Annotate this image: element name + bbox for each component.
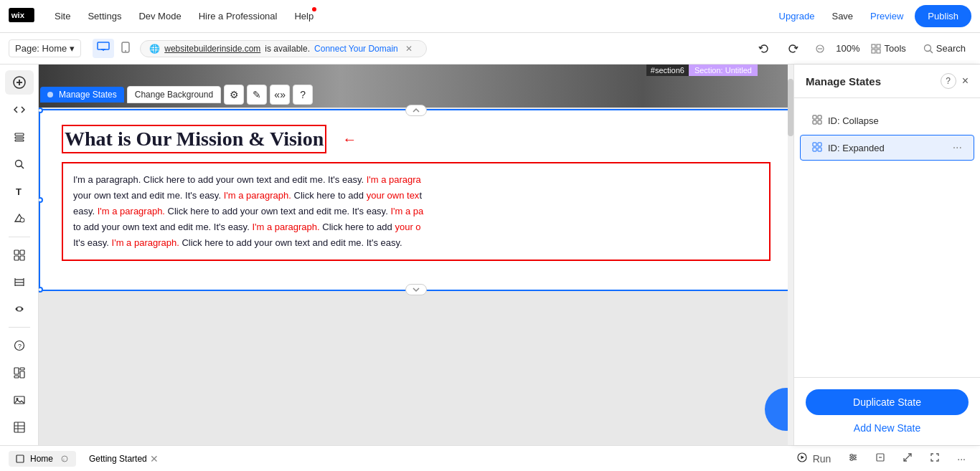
sidebar-image-icon[interactable] bbox=[5, 388, 34, 412]
help-icon-button[interactable]: ? bbox=[293, 85, 313, 105]
save-button[interactable]: Save bbox=[826, 11, 859, 22]
run-button[interactable]: Run bbox=[791, 449, 837, 467]
undo-button[interactable] bbox=[753, 40, 776, 57]
page-selector-label: Page: Home bbox=[15, 43, 67, 54]
help-menu[interactable]: Help bbox=[286, 0, 322, 33]
sidebar-help-icon[interactable]: ? bbox=[5, 333, 34, 358]
section-name-label: Section: Untitled bbox=[689, 65, 758, 76]
bottom-more-icon[interactable]: ··· bbox=[951, 450, 971, 467]
svg-point-6 bbox=[125, 50, 126, 52]
panel-title: Manage States bbox=[806, 75, 941, 87]
manage-states-tab[interactable]: Manage States bbox=[40, 87, 124, 103]
page-selector-chevron: ▾ bbox=[70, 43, 75, 54]
tools-button[interactable]: Tools bbox=[865, 40, 911, 57]
sidebar-layers-icon[interactable] bbox=[5, 125, 34, 149]
scrollbar-thumb[interactable] bbox=[788, 79, 793, 136]
bottom-expand-icon[interactable] bbox=[897, 449, 918, 467]
url-bar-close[interactable]: ✕ bbox=[405, 44, 413, 54]
redo-button[interactable] bbox=[781, 40, 804, 57]
manage-states-dot-icon bbox=[47, 92, 53, 97]
section-heading: What is Our Mission & Vision bbox=[65, 128, 324, 150]
device-switcher bbox=[93, 39, 134, 58]
mobile-device-button[interactable] bbox=[117, 39, 134, 58]
svg-point-65 bbox=[851, 455, 853, 457]
state-expanded-more-button[interactable]: ··· bbox=[953, 141, 962, 154]
svg-text:wix: wix bbox=[11, 11, 25, 19]
connect-domain-button[interactable]: Connect Your Domain bbox=[314, 44, 398, 54]
sidebar-separator-2 bbox=[9, 327, 30, 328]
hire-menu[interactable]: Hire a Professional bbox=[190, 0, 286, 33]
tools-label: Tools bbox=[884, 43, 905, 54]
run-label: Run bbox=[813, 453, 831, 465]
bottom-fullscreen-icon[interactable] bbox=[924, 449, 946, 467]
main-area: T ? bbox=[0, 65, 980, 445]
sidebar-shapes-icon[interactable] bbox=[5, 206, 34, 231]
panel-close-button[interactable]: × bbox=[962, 75, 969, 87]
url-available-text: is available. bbox=[265, 44, 310, 54]
svg-rect-57 bbox=[17, 455, 24, 462]
svg-rect-40 bbox=[20, 371, 24, 378]
sidebar-widgets-icon[interactable] bbox=[5, 361, 34, 385]
svg-text:i: i bbox=[63, 457, 64, 461]
svg-point-21 bbox=[15, 160, 22, 166]
settings-icon-button[interactable]: ⚙ bbox=[224, 85, 244, 105]
preview-button[interactable]: Preview bbox=[864, 11, 909, 22]
canvas-scrollbar[interactable] bbox=[788, 65, 793, 445]
settings-menu[interactable]: Settings bbox=[79, 0, 130, 33]
bottom-settings-icon[interactable] bbox=[842, 449, 864, 467]
nav-right-actions: Upgrade Save Preview Publish bbox=[773, 5, 971, 27]
tab-getting-started-close[interactable]: ✕ bbox=[150, 453, 159, 465]
corner-handle-bl[interactable] bbox=[39, 287, 43, 292]
svg-line-70 bbox=[908, 454, 911, 457]
state-expanded-item[interactable]: ID: Expanded ··· bbox=[800, 135, 974, 161]
devmode-menu[interactable]: Dev Mode bbox=[130, 0, 189, 33]
svg-rect-10 bbox=[877, 44, 880, 48]
panel-help-button[interactable]: ? bbox=[941, 73, 956, 89]
state-collapse-grid-icon bbox=[812, 115, 822, 127]
edit-icon-button[interactable]: ✎ bbox=[247, 85, 267, 105]
top-resize-handle[interactable] bbox=[405, 105, 427, 116]
add-new-state-button[interactable]: Add New State bbox=[854, 422, 920, 434]
sidebar-search-icon[interactable] bbox=[5, 152, 34, 176]
upgrade-button[interactable]: Upgrade bbox=[773, 11, 821, 22]
publish-button[interactable]: Publish bbox=[915, 5, 971, 27]
svg-marker-61 bbox=[801, 456, 804, 460]
svg-line-14 bbox=[930, 50, 933, 53]
state-collapse-item[interactable]: ID: Collapse bbox=[800, 108, 974, 133]
search-label: Search bbox=[936, 43, 966, 54]
search-button[interactable]: Search bbox=[918, 40, 971, 57]
title-box[interactable]: What is Our Mission & Vision bbox=[62, 125, 326, 153]
url-bar: 🌐 websitebuilderinside.com is available.… bbox=[140, 40, 427, 57]
sidebar-text-icon[interactable]: T bbox=[5, 179, 34, 204]
tab-home[interactable]: Home i bbox=[9, 451, 76, 467]
selected-section[interactable]: Manage States Change Background ⚙ ✎ «» ? bbox=[39, 109, 793, 291]
toolbar-right-actions: 100% Tools Search bbox=[753, 40, 971, 57]
left-sidebar: T ? bbox=[0, 65, 39, 445]
desktop-device-button[interactable] bbox=[93, 39, 114, 58]
svg-rect-54 bbox=[818, 143, 821, 146]
sidebar-table-icon[interactable] bbox=[5, 415, 34, 439]
svg-rect-2 bbox=[98, 42, 109, 49]
sidebar-apps-icon[interactable] bbox=[5, 243, 34, 267]
paragraph-box[interactable]: I'm a paragraph. Click here to add your … bbox=[62, 162, 771, 261]
site-menu[interactable]: Site bbox=[46, 0, 79, 33]
globe-icon: 🌐 bbox=[149, 44, 160, 54]
page-selector[interactable]: Page: Home ▾ bbox=[9, 39, 81, 57]
animation-icon-button[interactable]: «» bbox=[270, 85, 290, 105]
tab-getting-started[interactable]: Getting Started ✕ bbox=[82, 450, 166, 467]
change-background-tab[interactable]: Change Background bbox=[127, 86, 221, 103]
sidebar-grid-icon[interactable] bbox=[5, 270, 34, 295]
svg-text:T: T bbox=[16, 186, 22, 197]
svg-rect-55 bbox=[813, 148, 816, 151]
sidebar-connect-icon[interactable] bbox=[5, 297, 34, 321]
section-hash-label: #section6 bbox=[646, 65, 689, 76]
state-expanded-label: ID: Expanded bbox=[828, 143, 953, 153]
bottom-resize-handle[interactable] bbox=[405, 284, 427, 295]
duplicate-state-button[interactable]: Duplicate State bbox=[806, 389, 969, 415]
sidebar-code-icon[interactable] bbox=[5, 97, 34, 122]
add-elements-button[interactable] bbox=[5, 70, 34, 95]
bottom-fit-icon[interactable] bbox=[870, 449, 891, 467]
bottom-right-actions: Run ··· bbox=[791, 449, 971, 467]
zoom-minus-button[interactable] bbox=[810, 42, 830, 56]
svg-rect-12 bbox=[877, 49, 880, 53]
